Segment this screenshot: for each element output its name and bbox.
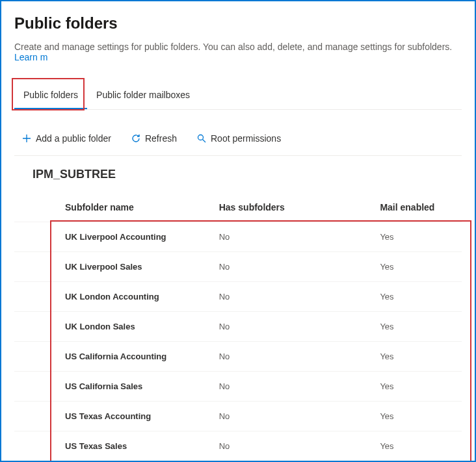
cell-name: UK Liverpool Accounting	[14, 222, 211, 252]
cell-name: US Texas Sales	[14, 431, 211, 461]
cell-mail-enabled: Yes	[372, 402, 462, 431]
cell-has-subfolders: No	[211, 342, 373, 372]
table-row[interactable]: US Texas Accounting No Yes	[14, 402, 462, 431]
cell-mail-enabled: Yes	[372, 372, 462, 402]
cell-has-subfolders: No	[211, 431, 373, 461]
table-row[interactable]: US California Accounting No Yes	[14, 342, 462, 372]
col-has-subfolders[interactable]: Has subfolders	[211, 194, 373, 222]
cell-mail-enabled: Yes	[372, 252, 462, 282]
cell-has-subfolders: No	[211, 252, 373, 282]
add-public-folder-button[interactable]: Add a public folder	[18, 131, 115, 146]
cell-name: UK Liverpool Sales	[14, 252, 211, 282]
table-row[interactable]: UK London Sales No Yes	[14, 312, 462, 342]
page-title: Public folders	[14, 14, 462, 32]
col-subfolder-name[interactable]: Subfolder name	[14, 194, 211, 222]
wrench-icon	[196, 133, 207, 144]
cell-mail-enabled: Yes	[372, 282, 462, 312]
tabs: Public folders Public folder mailboxes	[14, 82, 462, 110]
cell-mail-enabled: Yes	[372, 431, 462, 461]
table-row[interactable]: UK Liverpool Sales No Yes	[14, 252, 462, 282]
cell-name: UK London Sales	[14, 312, 211, 342]
cell-has-subfolders: No	[211, 312, 373, 342]
learn-more-link[interactable]: Learn m	[14, 52, 47, 62]
plus-icon	[21, 133, 32, 144]
table-row[interactable]: US California Sales No Yes	[14, 372, 462, 402]
table-header-row: Subfolder name Has subfolders Mail enabl…	[14, 194, 462, 222]
cell-mail-enabled: Yes	[372, 342, 462, 372]
page-description: Create and manage settings for public fo…	[14, 42, 462, 62]
svg-point-0	[198, 135, 204, 140]
tab-public-folders[interactable]: Public folders	[14, 82, 87, 109]
cell-name: US California Accounting	[14, 342, 211, 372]
description-text: Create and manage settings for public fo…	[14, 42, 452, 52]
section-title: IPM_SUBTREE	[33, 168, 462, 181]
table-row[interactable]: UK Liverpool Accounting No Yes	[14, 222, 462, 252]
cell-has-subfolders: No	[211, 402, 373, 431]
root-permissions-button[interactable]: Root permissions	[192, 131, 285, 146]
cell-name: US California Sales	[14, 372, 211, 402]
add-public-folder-label: Add a public folder	[36, 133, 111, 144]
toolbar: Add a public folder Refresh Root permiss…	[14, 122, 462, 155]
cell-has-subfolders: No	[211, 372, 373, 402]
root-permissions-label: Root permissions	[211, 133, 281, 144]
refresh-label: Refresh	[145, 133, 177, 144]
cell-mail-enabled: Yes	[372, 222, 462, 252]
table-row[interactable]: US Texas Sales No Yes	[14, 431, 462, 461]
cell-has-subfolders: No	[211, 282, 373, 312]
table-row[interactable]: UK London Accounting No Yes	[14, 282, 462, 312]
col-mail-enabled[interactable]: Mail enabled	[372, 194, 462, 222]
cell-mail-enabled: Yes	[372, 312, 462, 342]
cell-name: UK London Accounting	[14, 282, 211, 312]
refresh-icon	[131, 133, 141, 144]
cell-has-subfolders: No	[211, 222, 373, 252]
tab-public-folder-mailboxes[interactable]: Public folder mailboxes	[87, 82, 199, 109]
folders-table: Subfolder name Has subfolders Mail enabl…	[14, 194, 462, 461]
refresh-button[interactable]: Refresh	[127, 131, 181, 146]
cell-name: US Texas Accounting	[14, 402, 211, 431]
